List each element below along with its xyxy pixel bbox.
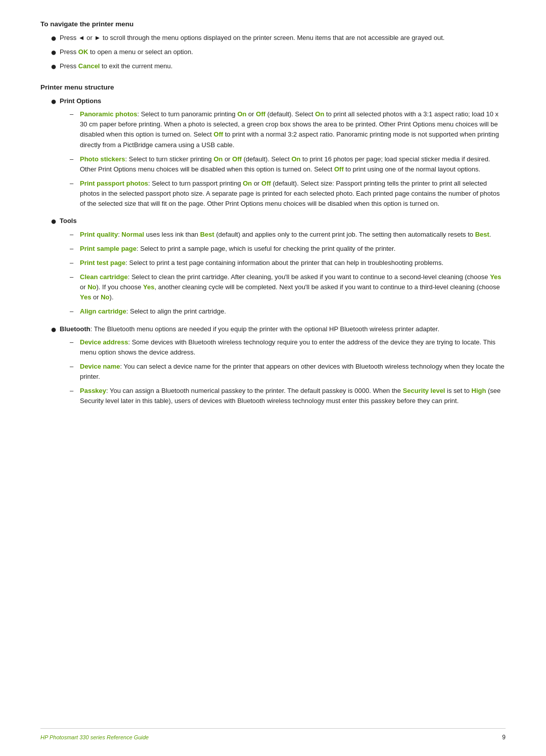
on-keyword: On (237, 110, 246, 118)
navigate-section: To navigate the printer menu ● Press ◄ o… (40, 20, 506, 72)
print-options-content: Print Options – Panoramic photos: Select… (60, 96, 506, 213)
clean-cartridge-text: Clean cartridge: Select to clean the pri… (80, 272, 506, 302)
off-keyword: Off (256, 110, 265, 118)
print-test-text: Print test page: Select to print a test … (80, 258, 506, 268)
tools-sub-list: – Print quality: Normal uses less ink th… (70, 230, 506, 317)
dash-icon: – (70, 179, 80, 189)
navigate-title: To navigate the printer menu (40, 20, 506, 28)
sub-item-align-cartridge: – Align cartridge: Select to align the p… (70, 306, 506, 317)
bullet-icon: ● (51, 95, 60, 107)
align-cartridge-keyword: Align cartridge (80, 307, 126, 315)
or-connector: or (86, 34, 93, 41)
panoramic-text: Panoramic photos: Select to turn panoram… (80, 109, 506, 150)
bluetooth-label: Bluetooth (60, 325, 90, 333)
sub-item-print-sample: – Print sample page: Select to print a s… (70, 244, 506, 254)
no-keyword: No (87, 283, 96, 291)
print-test-keyword: Print test page (80, 259, 125, 266)
passport-photos-text: Print passport photos: Select to turn pa… (80, 179, 506, 209)
best-keyword: Best (200, 231, 214, 238)
dash-icon: – (70, 244, 80, 254)
photo-stickers-text: Photo stickers: Select to turn sticker p… (80, 154, 506, 174)
list-item: ● Press Cancel to exit the current menu. (51, 61, 506, 72)
dash-icon: – (70, 306, 80, 317)
sub-item-photo-stickers: – Photo stickers: Select to turn sticker… (70, 154, 506, 174)
off-keyword: Off (261, 180, 271, 187)
sub-item-clean-cartridge: – Clean cartridge: Select to clean the p… (70, 272, 506, 302)
tools-label: Tools (60, 217, 77, 225)
normal-keyword: Normal (121, 231, 144, 238)
no-keyword-2: No (101, 293, 109, 301)
item-text: Press ◄ or ► to scroll through the menu … (60, 33, 506, 43)
footer-title: HP Photosmart 330 series Reference Guide (40, 734, 149, 740)
on-keyword-2: On (291, 155, 300, 163)
list-item: ● Press OK to open a menu or select an o… (51, 47, 506, 58)
ok-keyword: OK (78, 48, 88, 56)
on-keyword: On (213, 155, 222, 163)
align-cartridge-text: Align cartridge: Select to align the pri… (80, 306, 506, 317)
passkey-keyword: Passkey (80, 387, 106, 394)
print-options-sub-list: – Panoramic photos: Select to turn panor… (70, 109, 506, 209)
dash-icon: – (70, 337, 80, 347)
dash-icon: – (70, 258, 80, 268)
list-item: ● Press ◄ or ► to scroll through the men… (51, 33, 506, 44)
device-name-keyword: Device name (80, 363, 120, 370)
panoramic-photos-keyword: Panoramic photos (80, 110, 137, 118)
bullet-icon: ● (51, 215, 60, 227)
dash-icon: – (70, 230, 80, 240)
print-options-label: Print Options (60, 97, 101, 105)
best-keyword-2: Best (475, 231, 489, 238)
off-keyword-2: Off (214, 130, 223, 138)
bullet-icon: ● (51, 46, 60, 58)
on-keyword-2: On (315, 110, 324, 118)
sub-item-print-test: – Print test page: Select to print a tes… (70, 258, 506, 268)
sub-item-device-address: – Device address: Some devices with Blue… (70, 337, 506, 358)
photo-stickers-keyword: Photo stickers (80, 155, 125, 163)
off-keyword-2: Off (334, 165, 344, 173)
arrow-left-icon: ◄ (78, 34, 85, 41)
printer-menu-section: Printer menu structure ● Print Options –… (40, 83, 506, 411)
print-quality-text: Print quality: Normal uses less ink than… (80, 230, 506, 240)
list-item-print-options: ● Print Options – Panoramic photos: Sele… (51, 96, 506, 213)
tools-content: Tools – Print quality: Normal uses less … (60, 216, 506, 321)
menu-structure-list: ● Print Options – Panoramic photos: Sele… (51, 96, 506, 411)
dash-icon: – (70, 109, 80, 119)
list-item-bluetooth: ● Bluetooth: The Bluetooth menu options … (51, 324, 506, 411)
cancel-keyword: Cancel (78, 62, 100, 70)
dash-icon: – (70, 154, 80, 164)
security-level-keyword: Security level (403, 387, 445, 394)
on-keyword: On (243, 180, 252, 187)
footer-page-number: 9 (502, 734, 506, 741)
navigate-list: ● Press ◄ or ► to scroll through the men… (51, 33, 506, 72)
device-address-text: Device address: Some devices with Blueto… (80, 337, 506, 358)
bullet-icon: ● (51, 32, 60, 44)
printer-menu-title: Printer menu structure (40, 83, 506, 91)
list-item-tools: ● Tools – Print quality: Normal uses les… (51, 216, 506, 321)
item-text: Press Cancel to exit the current menu. (60, 61, 506, 71)
yes-keyword: Yes (490, 273, 501, 281)
page-footer: HP Photosmart 330 series Reference Guide… (40, 728, 506, 741)
sub-item-device-name: – Device name: You can select a device n… (70, 362, 506, 382)
passkey-text: Passkey: You can assign a Bluetooth nume… (80, 386, 506, 406)
dash-icon: – (70, 362, 80, 372)
arrow-right-icon: ► (95, 34, 101, 41)
yes-keyword-3: Yes (80, 293, 91, 301)
dash-icon: – (70, 272, 80, 282)
sub-item-print-quality: – Print quality: Normal uses less ink th… (70, 230, 506, 240)
yes-keyword-2: Yes (143, 283, 154, 291)
sub-item-passkey: – Passkey: You can assign a Bluetooth nu… (70, 386, 506, 406)
bullet-icon: ● (51, 323, 60, 335)
off-keyword: Off (232, 155, 242, 163)
device-name-text: Device name: You can select a device nam… (80, 362, 506, 382)
sub-item-panoramic: – Panoramic photos: Select to turn panor… (70, 109, 506, 150)
print-sample-text: Print sample page: Select to print a sam… (80, 244, 506, 254)
print-sample-keyword: Print sample page (80, 245, 136, 252)
item-text: Press OK to open a menu or select an opt… (60, 47, 506, 57)
clean-cartridge-keyword: Clean cartridge (80, 273, 128, 281)
device-address-keyword: Device address (80, 338, 128, 346)
dash-icon: – (70, 386, 80, 396)
bluetooth-sub-list: – Device address: Some devices with Blue… (70, 337, 506, 407)
bluetooth-content: Bluetooth: The Bluetooth menu options ar… (60, 324, 506, 411)
sub-item-passport-photos: – Print passport photos: Select to turn … (70, 179, 506, 209)
print-quality-keyword: Print quality (80, 231, 118, 238)
bullet-icon: ● (51, 60, 60, 72)
